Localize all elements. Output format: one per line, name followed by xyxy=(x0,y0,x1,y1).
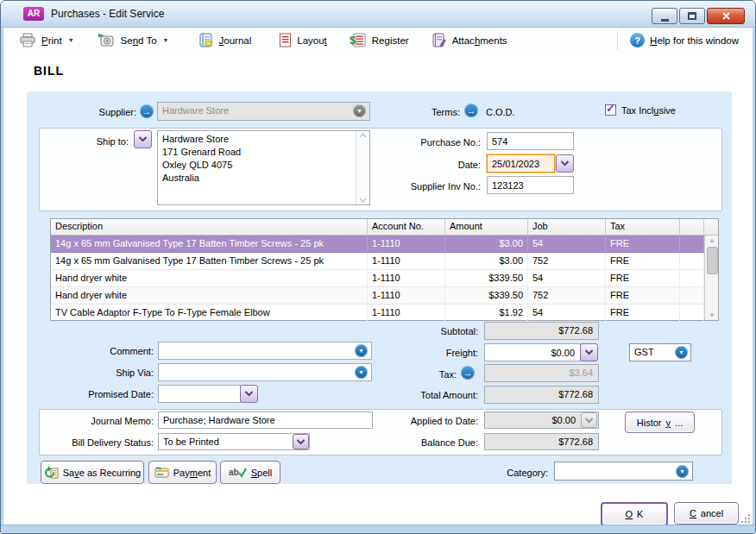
supplier-detail-arrow-icon[interactable]: → xyxy=(140,104,154,118)
journal-memo-label: Journal Memo: xyxy=(27,415,154,427)
spell-check-icon: ab xyxy=(229,467,247,479)
window: AR Purchases - Edit Service Print▼ Send … xyxy=(0,0,756,534)
table-row[interactable]: Hand dryer white 1-1110 $339.50 54 FRE xyxy=(51,270,718,287)
save-as-recurring-label: Save as Recurring xyxy=(63,468,142,478)
minimize-icon xyxy=(661,19,669,22)
table-header: Description Account No. Amount Job Tax xyxy=(51,219,718,236)
help-button[interactable]: ? Help for this window xyxy=(625,29,744,52)
titlebar[interactable]: AR Purchases - Edit Service xyxy=(1,1,755,28)
send-to-button[interactable]: Send To▼ xyxy=(91,29,174,52)
app-badge-icon: AR xyxy=(23,7,44,21)
category-select-icon[interactable]: ▼ xyxy=(676,465,689,478)
attachments-button[interactable]: Attachments xyxy=(426,29,513,52)
scroll-up-icon: ▲ xyxy=(709,236,715,244)
table-row[interactable]: 14g x 65 mm Galvanised Type 17 Batten Ti… xyxy=(51,236,718,253)
svg-text:$: $ xyxy=(350,34,356,47)
scrollbar-thumb[interactable] xyxy=(707,247,718,274)
column-header-amount: Amount xyxy=(445,219,528,235)
account-cell: 1-1110 xyxy=(368,253,445,269)
description-cell: 14g x 65 mm Galvanised Type 17 Batten Ti… xyxy=(51,236,368,252)
register-button[interactable]: $ Register xyxy=(344,29,414,52)
supplier-inv-no-input[interactable] xyxy=(487,176,574,194)
table-row[interactable]: Hand dryer white 1-1110 $339.50 752 FRE xyxy=(51,287,718,305)
terms-value: C.O.D. xyxy=(486,106,515,118)
total-amount-label: Total Amount: xyxy=(363,389,478,401)
ship-to-dropdown-button[interactable] xyxy=(134,130,152,148)
supplier-label: Supplier: xyxy=(53,106,136,118)
column-header-tax: Tax xyxy=(606,219,680,235)
promised-date-input[interactable] xyxy=(158,385,241,403)
comment-input[interactable] xyxy=(158,342,372,360)
save-as-recurring-button[interactable]: Save as Recurring xyxy=(41,461,144,484)
terms-detail-arrow-icon[interactable]: → xyxy=(464,104,478,117)
minimize-button[interactable] xyxy=(652,8,677,24)
table-row[interactable]: 14g x 65 mm Galvanised Type 17 Batten Ti… xyxy=(51,253,718,270)
ship-via-input[interactable] xyxy=(158,363,372,381)
ship-to-address[interactable]: Hardware Store 171 Grenard Road Oxley QL… xyxy=(157,130,370,205)
table-row[interactable]: TV Cable Adaptor F-Type To F-Type Female… xyxy=(51,305,718,322)
attachments-icon xyxy=(432,33,447,47)
date-dropdown-button[interactable] xyxy=(556,154,574,173)
tax-code-select-icon[interactable]: ▼ xyxy=(675,346,688,359)
history-button[interactable]: History... xyxy=(625,411,695,433)
job-cell: 54 xyxy=(528,270,606,286)
ship-via-label: Ship Via: xyxy=(35,367,154,379)
journal-button[interactable]: Journal xyxy=(193,29,257,52)
address-line: Hardware Store xyxy=(158,131,369,146)
amount-cell: $339.50 xyxy=(445,287,528,304)
window-title: Purchases - Edit Service xyxy=(51,8,164,20)
tax-label: Tax: xyxy=(363,368,457,380)
tax-inclusive-checkbox[interactable]: ✓ xyxy=(605,104,616,116)
table-scrollbar[interactable]: ▲ ▼ xyxy=(704,236,718,320)
balance-due-value: $772.68 xyxy=(484,433,599,450)
bill-delivery-status-select[interactable]: To be Printed xyxy=(158,433,310,450)
bill-delivery-dropdown-button[interactable] xyxy=(293,434,309,449)
supplier-input: Hardware Store xyxy=(157,102,370,121)
layout-button[interactable]: Layout xyxy=(274,29,332,52)
balance-due-label: Balance Due: xyxy=(363,437,478,449)
freight-dropdown-button[interactable] xyxy=(580,343,598,361)
supplier-inv-no-label: Supplier Inv No.: xyxy=(363,180,481,192)
account-cell: 1-1110 xyxy=(368,270,445,286)
account-cell: 1-1110 xyxy=(368,236,445,252)
terms-label: Terms: xyxy=(394,106,460,118)
close-button[interactable] xyxy=(707,8,745,24)
maximize-icon xyxy=(688,12,696,20)
scroll-down-icon: ▼ xyxy=(709,311,715,319)
date-input[interactable] xyxy=(487,154,555,173)
date-label: Date: xyxy=(363,159,481,171)
maximize-button[interactable] xyxy=(679,8,705,24)
print-button[interactable]: Print▼ xyxy=(14,29,79,52)
account-cell: 1-1110 xyxy=(368,305,445,321)
journal-memo-input[interactable] xyxy=(158,411,373,429)
register-label: Register xyxy=(372,35,409,46)
freight-input[interactable] xyxy=(484,343,581,361)
tax-cell: FRE xyxy=(606,270,680,286)
purchase-no-input[interactable] xyxy=(487,132,574,150)
amount-cell: $1.92 xyxy=(445,305,528,321)
freight-label: Freight: xyxy=(363,347,478,359)
column-header-account: Account No. xyxy=(368,219,445,235)
check-icon: ✓ xyxy=(606,102,615,115)
print-label: Print xyxy=(41,35,62,46)
ok-button[interactable]: OK xyxy=(601,502,668,526)
chevron-down-icon: ▼ xyxy=(163,37,169,43)
promised-date-label: Promised Date: xyxy=(35,388,154,400)
subtotal-value: $772.68 xyxy=(484,322,599,340)
job-cell: 54 xyxy=(528,236,606,252)
tax-detail-arrow-icon[interactable]: → xyxy=(461,366,475,380)
promised-date-dropdown-button[interactable] xyxy=(240,385,258,403)
subtotal-label: Subtotal: xyxy=(363,325,478,337)
cancel-button[interactable]: Cancel xyxy=(674,502,739,525)
account-cell: 1-1110 xyxy=(368,287,445,304)
column-header-job: Job xyxy=(528,219,606,235)
description-cell: 14g x 65 mm Galvanised Type 17 Batten Ti… xyxy=(51,253,368,269)
spell-button[interactable]: ab Spell xyxy=(220,461,280,484)
resize-grip-icon[interactable] xyxy=(741,513,752,524)
category-input[interactable] xyxy=(554,462,693,481)
chevron-down-icon xyxy=(584,349,594,355)
attachments-label: Attachments xyxy=(452,35,507,46)
payment-button[interactable]: Payment xyxy=(148,461,217,484)
amount-cell: $3.00 xyxy=(445,253,528,269)
window-frame-bottom xyxy=(1,525,755,534)
